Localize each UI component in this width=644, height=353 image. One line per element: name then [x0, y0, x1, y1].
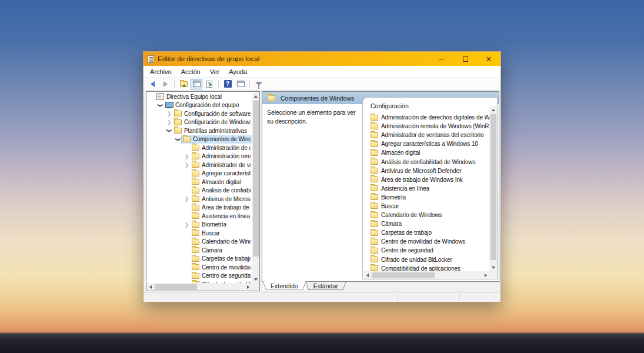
- tree-item[interactable]: Análisis de confiabilidad: [146, 187, 252, 195]
- scrollbar-thumb[interactable]: [155, 284, 197, 290]
- list-item-label: Biometría: [381, 194, 406, 201]
- folder-icon: [371, 176, 378, 182]
- tree-item[interactable]: Almacén digital: [146, 178, 252, 187]
- chevron-collapsed-icon[interactable]: ❯: [165, 118, 173, 126]
- menu-ver[interactable]: Ver: [205, 67, 225, 76]
- scroll-left-button[interactable]: [146, 283, 154, 291]
- tree-item-label: Administración remota d: [202, 153, 251, 159]
- list-item[interactable]: Cifrado de unidad BitLocker: [363, 255, 489, 264]
- chevron-collapsed-icon[interactable]: ❯: [183, 152, 191, 161]
- tree-item[interactable]: ❯Plantillas administrativas: [146, 126, 252, 135]
- maximize-button[interactable]: [453, 52, 477, 66]
- tree-item[interactable]: Asistencia en línea: [146, 212, 252, 221]
- export-list-button[interactable]: [203, 79, 215, 89]
- chevron-expanded-icon[interactable]: ❯: [165, 127, 173, 135]
- menu-archivo[interactable]: Archivo: [145, 67, 176, 76]
- scrollbar-thumb[interactable]: [372, 272, 435, 278]
- tree-item[interactable]: Centro de movilidad de: [146, 263, 252, 272]
- list-item[interactable]: Administración de derechos digitales de …: [363, 113, 489, 122]
- scrollbar-thumb[interactable]: [253, 101, 259, 257]
- tab-extendido[interactable]: Extendido: [263, 281, 306, 290]
- list-item[interactable]: Administrador de ventanas del escritorio: [363, 131, 489, 139]
- tree-item[interactable]: Carpetas de trabajo: [146, 255, 252, 264]
- titlebar[interactable]: Editor de directivas de grupo local ✕: [144, 52, 500, 66]
- list-horizontal-scrollbar[interactable]: [363, 271, 489, 279]
- statusbar-separator: [397, 294, 398, 301]
- tree-item[interactable]: Área de trabajo de Wind: [146, 204, 252, 212]
- close-button[interactable]: ✕: [477, 52, 500, 66]
- list-item[interactable]: Análisis de confiabilidad de Windows: [363, 157, 489, 166]
- back-button[interactable]: [146, 79, 158, 89]
- list-item[interactable]: Buscar: [363, 202, 489, 211]
- list-vertical-scrollbar[interactable]: [489, 106, 497, 271]
- list-item[interactable]: Carpetas de trabajo: [363, 228, 489, 237]
- tree-item[interactable]: Directiva Equipo local: [146, 92, 252, 101]
- tree-item-label: Cámara: [202, 247, 222, 254]
- column-header-configuracion[interactable]: Configuración: [363, 98, 497, 112]
- up-one-level-button[interactable]: [178, 79, 189, 89]
- menu-accion[interactable]: Acción: [176, 67, 205, 76]
- tree-item[interactable]: ❯Administrador de ventan: [146, 161, 252, 169]
- scroll-down-button[interactable]: [489, 264, 497, 271]
- tree-item[interactable]: ❯Configuración de software: [146, 109, 252, 118]
- list-item[interactable]: Antivirus de Microsoft Defender: [363, 166, 489, 175]
- new-window-button[interactable]: [235, 79, 246, 89]
- folder-icon: [371, 203, 378, 209]
- tree-item[interactable]: Centro de seguridad: [146, 272, 252, 281]
- list-item[interactable]: Centro de movilidad de Windows: [363, 237, 489, 246]
- filter-button[interactable]: [253, 79, 265, 89]
- list-item[interactable]: Asistencia en línea: [363, 184, 489, 193]
- tree-item-label: Calendario de Windows: [202, 238, 251, 245]
- chevron-collapsed-icon[interactable]: ❯: [183, 221, 191, 229]
- export-list-icon: [206, 81, 212, 88]
- show-console-tree-button[interactable]: [191, 79, 202, 89]
- chevron-collapsed-icon[interactable]: ❯: [183, 195, 191, 203]
- tree-item[interactable]: ❯Antivirus de Microsoft D: [146, 195, 252, 204]
- tree-item[interactable]: Administración de derec: [146, 144, 252, 152]
- folder-icon: [192, 188, 199, 194]
- list-item[interactable]: Calendario de Windows: [363, 211, 489, 219]
- statusbar: [144, 292, 500, 302]
- scroll-left-button[interactable]: [363, 271, 371, 279]
- tree-item-body: Configuración del equipo: [164, 101, 252, 110]
- tree-item[interactable]: Calendario de Windows: [146, 238, 252, 247]
- list-item[interactable]: Cámara: [363, 219, 489, 228]
- scroll-right-button[interactable]: [244, 283, 252, 291]
- tree-vertical-scrollbar[interactable]: [252, 92, 259, 283]
- help-button[interactable]: ?: [222, 79, 233, 89]
- tree-horizontal-scrollbar[interactable]: [146, 283, 252, 291]
- list-item[interactable]: Administración remota de Windows (WinRM): [363, 122, 489, 131]
- scroll-up-button[interactable]: [252, 92, 259, 100]
- list-item[interactable]: Almacén digital: [363, 148, 489, 157]
- tree-item[interactable]: ❯Administración remota d: [146, 152, 252, 161]
- tree-item[interactable]: ❯Configuración de Windows: [146, 118, 252, 127]
- scroll-down-button[interactable]: [252, 275, 259, 283]
- folder-icon: [371, 265, 378, 271]
- minimize-button[interactable]: [430, 52, 453, 66]
- scroll-right-button[interactable]: [482, 271, 489, 279]
- back-icon: [151, 81, 155, 87]
- toolbar-separator: [249, 80, 250, 88]
- scroll-up-button[interactable]: [489, 106, 497, 114]
- chevron-collapsed-icon[interactable]: ❯: [165, 109, 173, 118]
- tree-item[interactable]: Agregar características a: [146, 169, 252, 178]
- statusbar-separator: [459, 294, 460, 301]
- chevron-expanded-icon[interactable]: ❯: [156, 101, 165, 109]
- list-item[interactable]: Compatibilidad de aplicaciones: [363, 264, 489, 271]
- tree-item[interactable]: Buscar: [146, 229, 252, 238]
- tree-item[interactable]: Cámara: [146, 246, 252, 255]
- menu-ayuda[interactable]: Ayuda: [224, 67, 252, 76]
- forward-button[interactable]: [159, 79, 171, 89]
- chevron-collapsed-icon[interactable]: ❯: [183, 161, 191, 169]
- chevron-expanded-icon[interactable]: ❯: [174, 135, 182, 143]
- tab-estandar[interactable]: Estándar: [306, 282, 346, 291]
- list-item[interactable]: Agregar características a Windows 10: [363, 139, 489, 148]
- list-item-label: Compatibilidad de aplicaciones: [381, 265, 461, 271]
- list-item[interactable]: Centro de seguridad: [363, 246, 489, 255]
- scrollbar-thumb[interactable]: [490, 114, 496, 260]
- tree-item[interactable]: ❯Componentes de Windows: [146, 135, 252, 144]
- tree-item[interactable]: ❯Biometría: [146, 221, 252, 229]
- list-item[interactable]: Biometría: [363, 193, 489, 202]
- tree-item[interactable]: ❯Configuración del equipo: [146, 101, 252, 110]
- list-item[interactable]: Área de trabajo de Windows Ink: [363, 175, 489, 184]
